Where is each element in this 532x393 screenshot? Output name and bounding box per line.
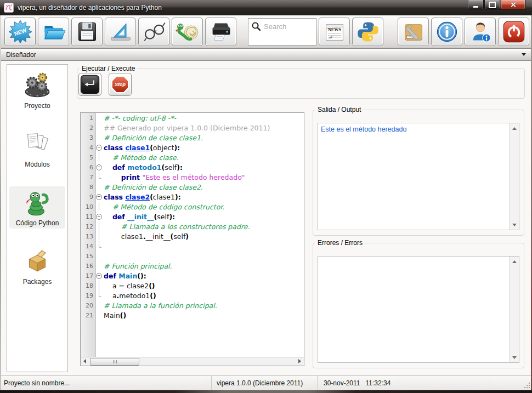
sidebar-item-proyecto[interactable]: Proyecto [9, 69, 65, 111]
sidebar-item-codigo-python[interactable]: Código Python [9, 186, 65, 229]
news-label: NEWS [327, 27, 341, 32]
resize-grip[interactable] [524, 382, 530, 389]
scroll-right-icon[interactable] [296, 357, 304, 365]
printer-icon [209, 20, 233, 44]
line-number: 2 [81, 124, 95, 132]
scroll-up-icon[interactable] [510, 257, 519, 266]
code-text: clase1.__init__(self) [103, 232, 189, 241]
output-panel: Salida / Output Este es el método hereda… [313, 106, 524, 236]
code-text: Main() [103, 311, 126, 320]
line-number: 16 [81, 263, 95, 270]
code-editor[interactable]: 1# -*- coding: utf-8 -*-2## Generado por… [80, 112, 304, 366]
code-line: 10 # Método de código constructor. [81, 202, 304, 212]
search-icon [251, 21, 261, 31]
fold-guide [95, 113, 103, 123]
sidebar-item-label: Módulos [25, 161, 49, 168]
sidebar-item-label: Packages [23, 278, 52, 286]
sidebar-item-label: Proyecto [24, 102, 50, 110]
code-line: 1# -*- coding: utf-8 -*- [81, 113, 304, 123]
line-number: 13 [81, 233, 95, 240]
code-text: a = clase2() [103, 282, 155, 290]
close-icon [510, 2, 516, 8]
line-number: 5 [81, 154, 95, 161]
fold-marker-icon[interactable] [95, 162, 103, 172]
stop-button[interactable]: Stop [109, 73, 132, 96]
status-bar: Proyecto sin nombre... vipera 1.0.0 (Dic… [0, 375, 532, 390]
errors-scrollbar[interactable] [509, 257, 519, 362]
code-line: 16# Función principal. [81, 261, 304, 271]
fold-marker-icon[interactable] [95, 143, 103, 152]
status-version: vipera 1.0.0 (Diciembre 2011) [212, 379, 317, 387]
line-number: 19 [81, 292, 95, 299]
tab-bar[interactable]: Diseñador [1, 48, 531, 61]
close-button[interactable] [501, 0, 525, 10]
fold-guide [95, 281, 103, 291]
tab-designer-label: Diseñador [6, 51, 36, 59]
open-button[interactable] [38, 18, 69, 46]
scroll-left-icon[interactable] [81, 357, 89, 365]
new-project-button[interactable]: NEW [4, 18, 36, 46]
output-textarea[interactable]: Este es el método heredado [318, 123, 519, 230]
scroll-up-icon[interactable] [510, 124, 519, 133]
code-text: class clase2(clase1): [103, 193, 181, 201]
python-button[interactable] [352, 18, 383, 46]
designer-button[interactable] [105, 18, 136, 46]
code-line: 11 def __init__(self): [81, 212, 304, 221]
fold-guide [95, 133, 103, 143]
scrollbar-thumb[interactable] [90, 358, 139, 366]
enter-key-icon [80, 74, 100, 95]
code-line: 7 print "Este es el método heredado" [81, 172, 304, 182]
about-user-button[interactable] [465, 18, 496, 46]
info-button[interactable] [431, 18, 462, 46]
status-project: Proyecto sin nombre... [0, 379, 211, 387]
code-line: 20# Llamada a la función principal. [81, 300, 304, 310]
run-button[interactable] [78, 73, 101, 96]
maximize-button[interactable] [484, 0, 500, 10]
news-button[interactable]: NEWS [319, 18, 350, 46]
code-text: def Main(): [103, 272, 146, 280]
preview-button[interactable] [138, 18, 169, 46]
line-number: 7 [81, 174, 95, 181]
exit-button[interactable] [498, 18, 529, 46]
output-scrollbar[interactable] [509, 123, 519, 230]
code-line: 2## Generado por vipera 1.0.0 (Diciembre… [81, 123, 304, 133]
package-wrench-icon [401, 20, 426, 44]
print-button[interactable] [205, 18, 236, 46]
code-text: # Definición de clase clase2. [103, 183, 203, 191]
errors-panel-title: Errores / Errors [315, 239, 365, 247]
code-lines[interactable]: 1# -*- coding: utf-8 -*-2## Generado por… [81, 113, 304, 357]
minimize-button[interactable] [468, 0, 484, 10]
code-text: # Llamada a la función principal. [103, 301, 217, 310]
fold-guide [95, 182, 103, 192]
code-text: def metodo1(self): [103, 163, 183, 172]
code-text: # Función principal. [103, 262, 172, 270]
fold-marker-icon[interactable] [95, 212, 103, 221]
user-info-icon [468, 20, 493, 44]
window-controls [468, 0, 525, 10]
code-line: 19 a.metodo1() [81, 291, 304, 300]
save-button[interactable] [71, 18, 103, 46]
sidebar-item-modulos[interactable]: Módulos [9, 128, 65, 170]
fold-marker-icon[interactable] [95, 192, 103, 202]
window-title: vipera, un diseñador de aplicaciones par… [18, 4, 162, 12]
vipera-code-button[interactable] [172, 18, 203, 46]
code-line: 18 a = clase2() [81, 281, 304, 291]
packages-tools-button[interactable] [398, 18, 429, 46]
info-icon [435, 20, 459, 44]
scroll-down-icon[interactable] [510, 353, 519, 362]
maximize-icon [489, 2, 496, 8]
app-icon [4, 3, 14, 13]
fold-marker-icon[interactable] [95, 271, 103, 281]
line-number: 12 [81, 223, 95, 230]
scroll-down-icon[interactable] [510, 220, 519, 229]
code-text: class clase1(object): [103, 144, 180, 152]
code-text: a.metodo1() [103, 292, 156, 300]
search-input[interactable] [263, 22, 314, 31]
line-number: 3 [81, 134, 95, 141]
sidebar-item-packages[interactable]: Packages [9, 245, 65, 287]
tab-dropdown-icon[interactable] [522, 53, 526, 56]
errors-textarea[interactable] [318, 256, 519, 363]
editor-horizontal-scrollbar[interactable] [81, 357, 304, 366]
execute-panel-title: Ejecutar / Execute [80, 65, 137, 72]
fold-guide [95, 241, 103, 251]
